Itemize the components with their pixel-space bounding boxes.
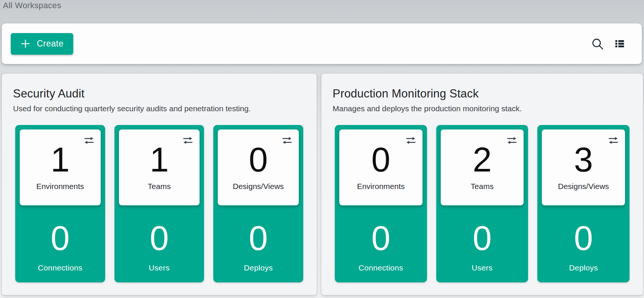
stat-label: Connections: [339, 263, 423, 272]
stat-tile-top[interactable]: 3 Designs/Views: [542, 129, 625, 205]
stat-tile-top[interactable]: 2 Teams: [441, 129, 524, 205]
workspace-card: Production Monitoring Stack Manages and …: [321, 74, 643, 295]
stat-value: 0: [441, 225, 524, 252]
stat-tile-top[interactable]: 1 Teams: [119, 129, 200, 205]
stat-label: Teams: [148, 182, 171, 191]
stat-label: Environments: [36, 182, 84, 191]
stat-value: 0: [371, 144, 390, 176]
stat-value: 0: [20, 225, 101, 252]
workspace-grid: Security Audit Used for conducting quart…: [2, 74, 643, 295]
workspace-description: Used for conducting quarterly security a…: [13, 104, 305, 113]
swap-horizontal-icon[interactable]: [83, 135, 95, 147]
stat-tile-bottom: 0 Users: [441, 225, 524, 272]
stat-tile-top[interactable]: 0 Environments: [339, 129, 423, 205]
swap-horizontal-icon[interactable]: [182, 135, 194, 147]
stat-tile-top[interactable]: 0 Designs/Views: [218, 129, 299, 205]
stat-tile-bottom: 0 Users: [119, 225, 200, 272]
stat-label: Deploys: [542, 263, 625, 272]
stat-tile-top[interactable]: 1 Environments: [20, 129, 101, 205]
toolbar-icon-group: [591, 38, 633, 50]
stat-value: 0: [119, 225, 200, 252]
swap-horizontal-icon[interactable]: [281, 135, 293, 147]
workspace-title: Production Monitoring Stack: [333, 87, 632, 100]
page-title: All Workspaces: [3, 1, 61, 10]
swap-horizontal-icon[interactable]: [608, 135, 619, 147]
stat-label: Deploys: [218, 263, 299, 272]
workspace-title: Security Audit: [13, 87, 305, 100]
stat-label: Users: [441, 263, 524, 272]
stat-value: 1: [150, 144, 169, 176]
plus-icon: [20, 39, 30, 49]
search-icon[interactable]: [591, 38, 603, 50]
create-button[interactable]: Create: [11, 33, 73, 55]
stat-tile: 1 Teams 0 Users: [114, 125, 204, 282]
stat-tile-bottom: 0 Deploys: [542, 225, 625, 272]
stat-label: Environments: [357, 182, 405, 191]
stat-value: 0: [218, 225, 299, 252]
stat-label: Designs/Views: [233, 182, 284, 191]
workspace-card: Security Audit Used for conducting quart…: [2, 74, 317, 295]
stat-tile: 1 Environments 0 Connections: [15, 125, 105, 282]
stat-tile-bottom: 0 Connections: [20, 225, 101, 272]
create-button-label: Create: [37, 39, 64, 49]
view-list-icon[interactable]: [614, 38, 625, 49]
stat-tile: 2 Teams 0 Users: [436, 125, 528, 282]
stat-label: Connections: [20, 263, 101, 272]
stat-tile-row: 1 Environments 0 Connections 1: [13, 125, 305, 282]
stat-value: 1: [51, 144, 69, 176]
stat-label: Designs/Views: [558, 182, 609, 191]
stat-tile: 0 Environments 0 Connections: [335, 125, 427, 282]
stat-value: 0: [339, 225, 423, 252]
stat-value: 0: [249, 144, 268, 176]
stat-label: Users: [119, 263, 200, 272]
stat-tile-bottom: 0 Connections: [339, 225, 423, 272]
stat-tile: 0 Designs/Views 0 Deploys: [213, 125, 303, 282]
swap-horizontal-icon[interactable]: [405, 135, 417, 147]
stat-tile-bottom: 0 Deploys: [218, 225, 299, 272]
toolbar: Create: [2, 23, 642, 64]
stat-value: 0: [542, 225, 625, 252]
stat-value: 2: [473, 144, 492, 176]
stat-label: Teams: [471, 182, 494, 191]
swap-horizontal-icon[interactable]: [506, 135, 518, 147]
stat-value: 3: [574, 144, 593, 176]
stat-tile: 3 Designs/Views 0 Deploys: [537, 125, 630, 282]
stat-tile-row: 0 Environments 0 Connections 2: [333, 125, 632, 282]
workspace-description: Manages and deploys the production monit…: [333, 104, 632, 113]
